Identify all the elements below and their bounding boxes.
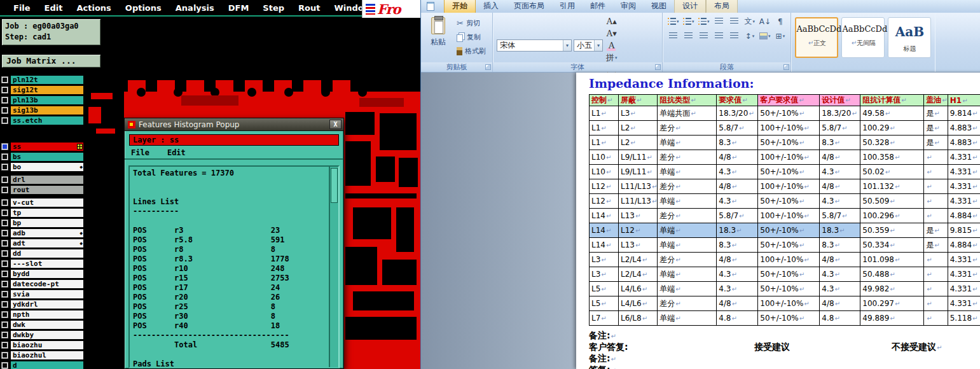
layer-row-svia[interactable]: svia xyxy=(1,289,84,299)
layer-visibility-checkbox[interactable] xyxy=(1,186,8,193)
cad-menu-analysis[interactable]: Analysis xyxy=(169,3,221,13)
table-cell[interactable]: 4/8↵ xyxy=(717,150,758,165)
table-cell[interactable]: 5.8/7↵ xyxy=(820,121,860,136)
layer-row-biaozhu[interactable]: biaozhu xyxy=(1,340,84,350)
table-cell[interactable]: 4.331↵ xyxy=(948,282,980,296)
col-header-3[interactable]: 要求值↵ xyxy=(717,95,758,106)
style-正文[interactable]: AaBbCcDd↵正文 xyxy=(795,17,838,58)
layer-visibility-checkbox[interactable] xyxy=(1,291,8,298)
table-cell[interactable]: 是↵ xyxy=(924,136,948,150)
style-无间隔[interactable]: AaBbCcDd↵无间隔 xyxy=(841,17,885,58)
table-cell[interactable]: 单端↵ xyxy=(658,136,717,150)
table-cell[interactable]: 4.8↵ xyxy=(820,311,860,326)
layer-visibility-checkbox[interactable] xyxy=(1,230,8,237)
layer-row----slot[interactable]: ---slot xyxy=(1,259,84,268)
layer-visibility-checkbox[interactable] xyxy=(1,199,8,206)
table-cell[interactable]: L14↵ xyxy=(590,209,619,223)
table-cell[interactable]: 50.334↵ xyxy=(860,238,924,253)
table-cell[interactable]: 4.331↵ xyxy=(948,150,980,165)
layer-row-tp[interactable]: tp xyxy=(1,208,84,218)
layer-name[interactable]: ydkdrl xyxy=(10,300,84,309)
layer-visibility-checkbox[interactable] xyxy=(1,352,8,359)
table-cell[interactable]: 50+/-10%↵ xyxy=(758,223,820,238)
table-cell[interactable]: L2↵ xyxy=(619,121,658,136)
popup-title-bar[interactable]: Features Histogram Popup X xyxy=(125,118,343,131)
cad-menu-file[interactable]: File xyxy=(6,3,38,13)
reject-option[interactable]: 不接受建议↵ xyxy=(892,341,942,354)
shading-button[interactable]: ▾ xyxy=(758,30,771,42)
distribute-button[interactable] xyxy=(728,30,741,42)
table-cell[interactable]: 4.3↵ xyxy=(717,194,758,209)
table-cell[interactable]: 是↵ xyxy=(924,106,948,121)
tab-home[interactable]: 开始 xyxy=(444,0,476,13)
table-cell[interactable]: 4.331↵ xyxy=(948,296,980,311)
cad-menu-actions[interactable]: Actions xyxy=(69,3,118,13)
numbering-button[interactable]: ▾ xyxy=(682,15,695,27)
layer-row-dwkby[interactable]: dwkby xyxy=(1,330,84,340)
table-cell[interactable]: ↵ xyxy=(924,267,948,282)
layer-visibility-checkbox[interactable] xyxy=(1,97,8,104)
table-cell[interactable]: L1↵ xyxy=(590,106,619,121)
layer-row-npth[interactable]: npth xyxy=(1,310,84,319)
layer-visibility-checkbox[interactable] xyxy=(1,270,8,277)
table-cell[interactable]: 9.814↵ xyxy=(948,106,980,121)
table-cell[interactable]: L12↵ xyxy=(619,223,658,238)
show-formatting-marks-button[interactable]: ¶ xyxy=(773,15,787,27)
table-cell[interactable]: 18.3/20↵ xyxy=(820,106,860,121)
layer-visibility-checkbox[interactable] xyxy=(1,219,8,226)
tab-page-layout[interactable]: 页面布局 xyxy=(506,0,552,13)
layer-row-adt[interactable]: adt◆ xyxy=(1,239,84,248)
layer-row-biaozhul[interactable]: biaozhul xyxy=(1,351,84,360)
layer-visibility-checkbox[interactable] xyxy=(1,362,8,369)
table-cell[interactable]: 49.982↵ xyxy=(860,282,924,296)
table-cell[interactable]: L2/L4↵ xyxy=(619,253,658,267)
table-cell[interactable]: 差分↵ xyxy=(658,253,717,267)
table-cell[interactable]: 单端↵ xyxy=(658,267,717,282)
col-header-7[interactable]: 盖油↵ xyxy=(924,95,948,106)
table-cell[interactable]: 单端共面↵ xyxy=(658,106,717,121)
table-cell[interactable]: 5.8/7↵ xyxy=(820,209,860,223)
col-header-0[interactable]: 控制↵ xyxy=(590,95,619,106)
table-cell[interactable]: 50+/-10%↵ xyxy=(758,136,820,150)
table-cell[interactable]: 单端↵ xyxy=(658,311,717,326)
table-cell[interactable]: 4.3↵ xyxy=(717,282,758,296)
layer-visibility-checkbox[interactable] xyxy=(1,176,8,183)
layer-name[interactable]: ss.etch xyxy=(10,116,84,125)
customer-reply-line[interactable]: 客户答复: 接受建议 不接受建议↵ xyxy=(589,341,980,352)
table-cell[interactable]: 101.098↵ xyxy=(860,253,924,267)
table-cell[interactable]: 4.8↵ xyxy=(717,311,758,326)
table-cell[interactable]: 50+/-10%↵ xyxy=(758,238,820,253)
table-cell[interactable]: 100.358↵ xyxy=(860,150,924,165)
sort-button[interactable]: A↓ xyxy=(758,15,771,27)
table-cell[interactable]: 差分↵ xyxy=(658,209,717,223)
table-cell[interactable]: 5.118↵ xyxy=(948,311,980,326)
layer-visibility-checkbox[interactable] xyxy=(1,153,8,160)
table-cell[interactable]: L1↵ xyxy=(590,121,619,136)
table-cell[interactable]: L7↵ xyxy=(590,311,619,326)
layer-name[interactable]: tp xyxy=(10,208,84,218)
table-cell[interactable]: 是↵ xyxy=(924,223,948,238)
layer-name[interactable]: v-cut xyxy=(10,198,84,207)
table-cell[interactable]: 单端↵ xyxy=(658,238,717,253)
table-cell[interactable]: ↵ xyxy=(924,150,948,165)
table-cell[interactable]: 差分↵ xyxy=(658,150,717,165)
layer-visibility-checkbox[interactable] xyxy=(1,250,8,257)
layer-row-bydd[interactable]: bydd xyxy=(1,269,84,279)
table-cell[interactable]: 18.3/20↵ xyxy=(717,106,758,121)
table-cell[interactable]: 单端↵ xyxy=(658,165,717,179)
table-cell[interactable]: 4/8↵ xyxy=(717,179,758,194)
shrink-font-button[interactable]: A▾ xyxy=(605,27,619,39)
layer-name[interactable]: npth xyxy=(10,310,84,319)
table-cell[interactable]: L12↵ xyxy=(590,194,619,209)
table-cell[interactable]: 100+/-10%↵ xyxy=(758,296,820,311)
paste-button[interactable]: 粘贴 xyxy=(425,15,452,57)
table-cell[interactable]: ↵ xyxy=(924,253,948,267)
table-cell[interactable]: ↵ xyxy=(924,179,948,194)
layer-row-datecode-pt[interactable]: datecode-pt xyxy=(1,279,84,289)
popup-close-button[interactable]: X xyxy=(329,120,342,129)
table-cell[interactable]: L10↵ xyxy=(590,165,619,179)
layer-name[interactable]: dwk xyxy=(10,320,84,330)
paragraph-dialog-launcher-icon[interactable] xyxy=(783,64,789,70)
layer-visibility-checkbox[interactable] xyxy=(1,331,8,338)
table-cell[interactable]: 49.889↵ xyxy=(860,311,924,326)
